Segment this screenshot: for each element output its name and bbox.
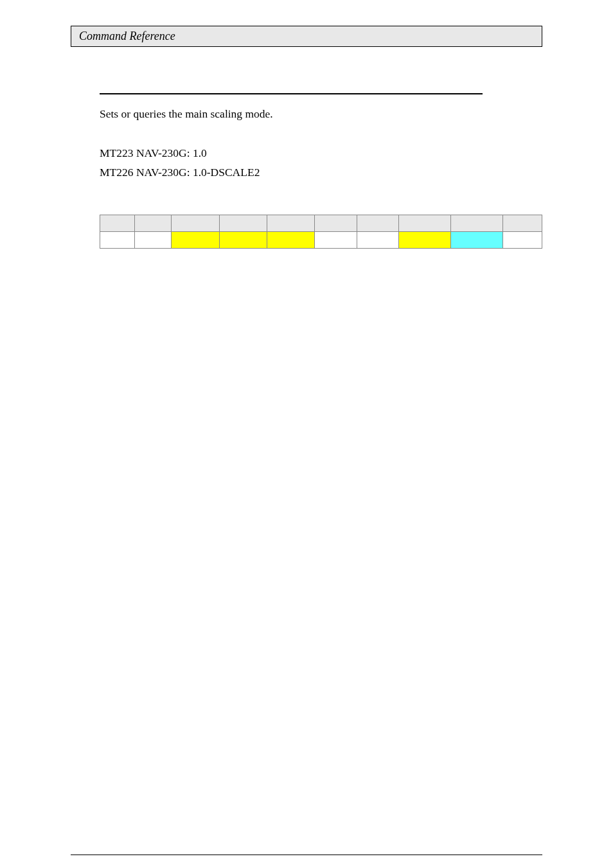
table-data-row	[100, 231, 542, 248]
footer-divider	[71, 855, 542, 855]
table-header-cell	[451, 215, 503, 231]
page-container: Command Reference Sets or queries the ma…	[0, 26, 613, 868]
spec-line-2: MT226 NAV-230G: 1.0-DSCALE2	[100, 163, 542, 182]
table-cell	[315, 231, 357, 248]
table-header-cell	[503, 215, 542, 231]
table-cell-highlighted	[219, 231, 267, 248]
table-cell	[503, 231, 542, 248]
spec-table	[100, 215, 542, 249]
header-title: Command Reference	[79, 30, 175, 42]
section-divider	[100, 93, 483, 94]
spec-line-1: MT223 NAV-230G: 1.0	[100, 144, 542, 163]
table-cell-highlighted	[399, 231, 451, 248]
table-header-cell	[399, 215, 451, 231]
table-cell-highlighted-cyan	[451, 231, 503, 248]
table-header-cell	[315, 215, 357, 231]
table-header-cell	[267, 215, 315, 231]
table-header-cell	[219, 215, 267, 231]
table-header-row	[100, 215, 542, 231]
command-reference-header: Command Reference	[71, 26, 542, 47]
spec-table-wrapper	[100, 215, 542, 249]
content-area: Sets or queries the main scaling mode. M…	[100, 93, 542, 249]
table-cell-highlighted	[172, 231, 219, 248]
table-header-cell	[172, 215, 219, 231]
table-cell	[357, 231, 398, 248]
table-header-cell	[357, 215, 398, 231]
command-description: Sets or queries the main scaling mode.	[100, 107, 542, 121]
table-cell	[135, 231, 172, 248]
table-header-cell	[100, 215, 135, 231]
table-header-cell	[135, 215, 172, 231]
table-cell-highlighted	[267, 231, 315, 248]
table-cell	[100, 231, 135, 248]
